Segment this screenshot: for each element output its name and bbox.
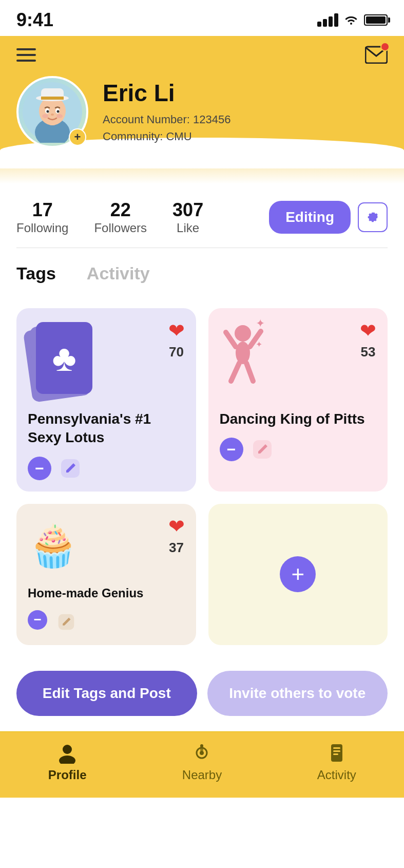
tag-card-3: 🧁 ❤ 37 Home-made Genius − — [16, 504, 196, 645]
cards-grid: ♣ ❤ 70 Pennsylvania's #1 Sexy Lotus − — [0, 293, 404, 661]
tag-card-1: ♣ ❤ 70 Pennsylvania's #1 Sexy Lotus − — [16, 308, 196, 492]
nav-profile-label: Profile — [48, 768, 87, 782]
mail-badge — [380, 42, 390, 51]
edit-icon — [57, 613, 75, 631]
status-bar: 9:41 — [0, 0, 404, 36]
card-1-edit-button[interactable] — [59, 457, 82, 480]
invite-button[interactable]: Invite others to vote — [207, 671, 388, 716]
status-time: 9:41 — [16, 9, 53, 31]
svg-point-28 — [200, 744, 203, 747]
followers-count: 22 — [94, 199, 147, 221]
svg-point-14 — [56, 114, 63, 118]
card-1-actions: − — [28, 457, 185, 480]
add-tag-card[interactable]: + — [208, 504, 388, 645]
card-1-title: Pennsylvania's #1 Sexy Lotus — [28, 410, 185, 447]
nav-activity[interactable]: Activity — [270, 742, 404, 782]
card-1-like-count: 70 — [169, 344, 184, 360]
edit-icon — [252, 439, 273, 460]
tab-tags[interactable]: Tags — [16, 263, 56, 288]
svg-rect-29 — [331, 744, 342, 762]
card-1-remove-button[interactable]: − — [28, 457, 51, 480]
card-3-likes: ❤ 37 — [168, 515, 185, 556]
profile-nav-icon — [56, 742, 78, 764]
card-2-edit-button[interactable] — [251, 438, 274, 461]
signal-bars-icon — [317, 13, 338, 27]
heart-icon: ❤ — [168, 515, 185, 538]
card-3-like-count: 37 — [169, 540, 184, 556]
header: + Eric Li Account Number: 123456 Communi… — [0, 36, 404, 184]
svg-line-21 — [246, 363, 253, 381]
profile-info: + Eric Li Account Number: 123456 Communi… — [16, 76, 388, 148]
nav-profile[interactable]: Profile — [0, 742, 134, 782]
card-2-remove-button[interactable]: − — [220, 438, 243, 461]
editing-button[interactable]: Editing — [269, 201, 351, 234]
nav-activity-label: Activity — [317, 768, 356, 782]
gear-icon — [365, 210, 380, 224]
nav-nearby-label: Nearby — [182, 768, 222, 782]
community: Community: CMU — [103, 128, 231, 145]
add-photo-button[interactable]: + — [69, 128, 86, 146]
profile-name: Eric Li — [103, 79, 231, 107]
hamburger-icon[interactable] — [16, 48, 36, 62]
svg-point-12 — [51, 114, 54, 116]
mail-button[interactable] — [365, 44, 388, 66]
phone-frame: 9:41 — [0, 0, 404, 868]
wifi-icon — [343, 12, 359, 28]
svg-line-18 — [226, 332, 236, 347]
following-stat: 17 Following — [16, 199, 68, 235]
svg-rect-32 — [333, 753, 338, 755]
card-2-illustration: ✦ ✦ ❤ 53 — [220, 319, 377, 402]
activity-nav-icon — [326, 742, 348, 764]
card-3-actions: − — [28, 610, 185, 634]
svg-line-20 — [231, 363, 239, 381]
svg-point-13 — [42, 114, 48, 118]
add-tag-button[interactable]: + — [280, 556, 316, 592]
card-3-edit-button[interactable] — [54, 610, 78, 634]
svg-point-11 — [57, 110, 60, 113]
svg-point-24 — [63, 745, 72, 754]
edit-icon — [60, 458, 81, 479]
tabs: Tags Activity — [0, 248, 404, 293]
card-2-like-count: 53 — [361, 344, 376, 360]
following-label: Following — [16, 221, 68, 235]
card-3-title: Home-made Genius — [28, 585, 185, 601]
tag-card-2: ✦ ✦ ❤ 53 Dancing King of Pitts − — [208, 308, 388, 492]
card-3-illustration: 🧁 ❤ 37 — [28, 515, 185, 577]
header-top — [0, 36, 404, 76]
svg-rect-7 — [41, 97, 64, 100]
edit-tags-button[interactable]: Edit Tags and Post — [16, 671, 197, 716]
svg-rect-31 — [333, 750, 340, 752]
following-count: 17 — [16, 199, 68, 221]
svg-rect-30 — [333, 747, 340, 749]
svg-point-25 — [59, 756, 75, 764]
stats-actions: Editing — [269, 201, 388, 234]
settings-button[interactable] — [358, 202, 388, 232]
nearby-nav-icon — [191, 742, 213, 764]
stacked-cards-icon: ♣ — [28, 322, 100, 399]
heart-icon: ❤ — [360, 319, 376, 342]
bottom-nav: Profile Nearby Activity — [0, 731, 404, 798]
heart-icon: ❤ — [168, 319, 185, 342]
nav-nearby[interactable]: Nearby — [134, 742, 269, 782]
card-1-illustration: ♣ ❤ 70 — [28, 319, 185, 402]
card-2-actions: − — [220, 438, 377, 461]
followers-label: Followers — [94, 221, 147, 235]
card-1-likes: ❤ 70 — [168, 319, 185, 360]
card-2-title: Dancing King of Pitts — [220, 410, 377, 428]
card-3-remove-button[interactable]: − — [28, 610, 47, 630]
svg-point-17 — [236, 342, 250, 364]
likes-stat: 307 Like — [172, 199, 203, 235]
card-2-likes: ❤ 53 — [360, 319, 376, 360]
tab-activity[interactable]: Activity — [87, 263, 150, 288]
svg-point-10 — [47, 110, 49, 113]
profile-text: Eric Li Account Number: 123456 Community… — [103, 79, 231, 145]
likes-label: Like — [177, 221, 199, 235]
profile-section: + Eric Li Account Number: 123456 Communi… — [0, 76, 404, 168]
avatar-wrapper: + — [16, 76, 88, 148]
svg-point-16 — [235, 325, 251, 342]
account-number: Account Number: 123456 — [103, 111, 231, 128]
stats-row: 17 Following 22 Followers 307 Like Editi… — [0, 184, 404, 248]
likes-count: 307 — [172, 199, 203, 221]
followers-stat: 22 Followers — [94, 199, 147, 235]
muffin-icon: 🧁 — [28, 525, 79, 567]
